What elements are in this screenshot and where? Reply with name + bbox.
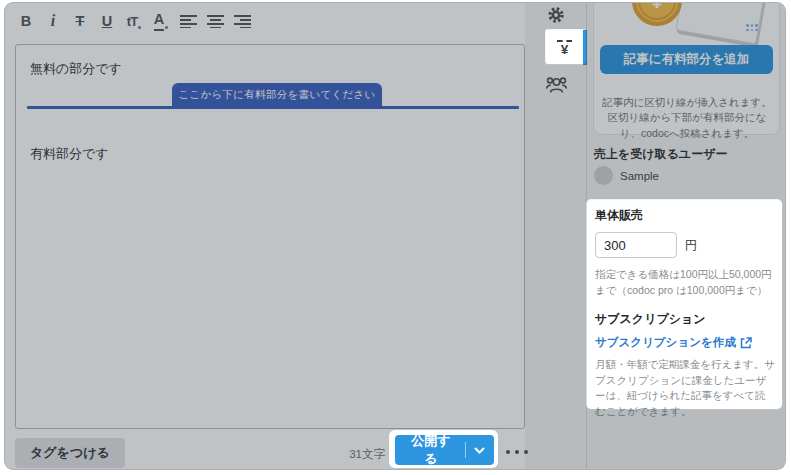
create-subscription-link-text[interactable]: サブスクリプションを作成 xyxy=(595,335,736,350)
add-tag-button[interactable]: タグをつける xyxy=(15,438,125,468)
align-center-icon xyxy=(207,14,224,28)
coin-illustration: ¥ xyxy=(632,2,682,26)
paywall-intro-card: ¥ 記事に有料部分を追加 記事内に区切り線が挿入されます。区切り線から下部が有料… xyxy=(593,2,780,135)
revenue-user-name: Sample xyxy=(620,170,659,182)
publish-button-highlight: 公開する xyxy=(390,431,499,469)
italic-button[interactable]: i xyxy=(44,9,62,33)
italic-icon: i xyxy=(51,12,55,30)
align-center-button[interactable] xyxy=(206,9,224,33)
gear-icon xyxy=(547,6,565,24)
underline-icon: U xyxy=(102,13,112,29)
revenue-user-heading: 売上を受け取るユーザー xyxy=(594,146,727,163)
publish-button-label: 公開する xyxy=(395,432,465,468)
chevron-down-icon xyxy=(474,447,485,454)
settings-tool-button[interactable] xyxy=(547,6,565,28)
dot-icon xyxy=(515,450,519,454)
align-left-icon xyxy=(180,14,197,28)
single-sale-heading: 単体販売 xyxy=(595,207,776,224)
price-row: 円 xyxy=(595,232,776,258)
strikethrough-button[interactable]: T xyxy=(71,9,89,33)
align-right-icon xyxy=(234,14,251,28)
underline-button[interactable]: U xyxy=(98,9,116,33)
strikethrough-icon: T xyxy=(76,13,85,29)
publish-menu-toggle[interactable] xyxy=(466,447,494,454)
add-paid-part-description: 記事内に区切り線が挿入されます。区切り線から下部が有料部分になり、codocへ投… xyxy=(598,95,776,142)
text-color-button[interactable]: A xyxy=(152,9,170,33)
publish-button[interactable]: 公開する xyxy=(395,435,494,465)
dots-decoration xyxy=(746,24,760,31)
price-help-text: 指定できる価格は100円以上50,000円まで（codoc pro は100,0… xyxy=(595,267,776,298)
subscription-heading: サブスクリプション xyxy=(595,311,776,328)
paywall-divider-label: ここから下に有料部分を書いてください xyxy=(172,83,382,106)
editor-content-area[interactable]: 無料の部分です ここから下に有料部分を書いてください 有料部分です xyxy=(15,44,525,429)
revenue-user-row[interactable]: Sample xyxy=(594,166,659,185)
members-tool-button[interactable] xyxy=(545,74,568,99)
dot-icon xyxy=(524,450,528,454)
editor-window: B i T U tT A 無料の部分です ここから下に有料部分を書いてください … xyxy=(4,2,786,470)
paywall-tool-button[interactable]: ¥ xyxy=(546,30,587,65)
yen-icon: ¥ xyxy=(561,43,569,56)
character-count: 31文字 xyxy=(323,447,385,462)
pricing-section: 単体販売 円 指定できる価格は100円以上50,000円まで（codoc pro… xyxy=(587,200,783,410)
avatar xyxy=(594,166,613,185)
people-icon xyxy=(545,74,568,95)
dot-icon xyxy=(506,450,510,454)
external-link-icon xyxy=(740,337,752,349)
free-part-text: 無料の部分です xyxy=(30,60,122,78)
currency-label: 円 xyxy=(685,237,697,254)
paid-part-text: 有料部分です xyxy=(30,145,109,163)
create-subscription-link[interactable]: サブスクリプションを作成 xyxy=(595,335,776,350)
font-size-button[interactable]: tT xyxy=(125,9,143,33)
price-input[interactable] xyxy=(595,232,677,258)
paywall-divider-line xyxy=(27,106,519,109)
bold-icon: B xyxy=(21,13,31,29)
dropdown-dot-icon xyxy=(165,26,168,29)
text-color-icon: A xyxy=(154,12,164,31)
align-left-button[interactable] xyxy=(179,9,197,33)
align-right-button[interactable] xyxy=(233,9,251,33)
more-options-button[interactable] xyxy=(506,450,528,454)
dropdown-dot-icon xyxy=(138,26,141,29)
font-size-icon: tT xyxy=(127,14,137,29)
format-toolbar: B i T U tT A xyxy=(17,7,251,35)
bold-button[interactable]: B xyxy=(17,9,35,33)
add-paid-part-button[interactable]: 記事に有料部分を追加 xyxy=(600,45,773,74)
coin-yen-icon: ¥ xyxy=(638,2,676,20)
subscription-description: 月額・年額で定期課金を行えます。サブスクリプションに課金したユーザーは、紐づけら… xyxy=(595,357,776,419)
